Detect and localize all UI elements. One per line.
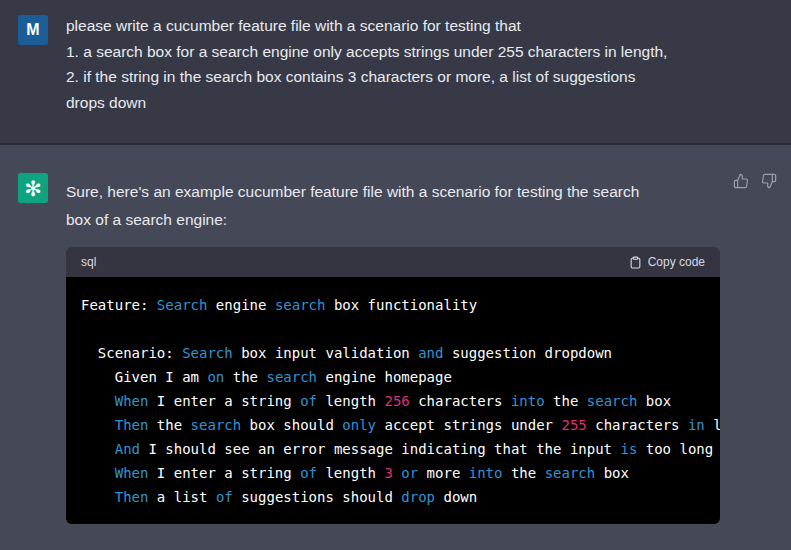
user-message: please write a cucumber feature file wit…: [66, 13, 732, 115]
thumbs-down-icon: [761, 177, 777, 192]
avatar-gutter: ✻: [18, 172, 66, 203]
clipboard-icon: [629, 255, 642, 270]
code-block-header: sql Copy code: [66, 247, 720, 277]
user-message-line: 2. if the string in the search box conta…: [66, 64, 732, 90]
code-line: Then a list of suggestions should drop d…: [81, 485, 705, 509]
assistant-message-line: Sure, here's an example cucumber feature…: [66, 178, 732, 206]
code-line: Then the search box should only accept s…: [81, 413, 705, 437]
code-line: Feature: Search engine search box functi…: [81, 293, 705, 317]
code-language-label: sql: [81, 255, 96, 269]
code-block: sql Copy code Feature: Search engine sea…: [66, 247, 720, 524]
copy-code-label: Copy code: [648, 255, 705, 269]
openai-logo-icon: ✻: [24, 178, 42, 199]
code-line: Scenario: Search box input validation an…: [81, 341, 705, 365]
assistant-message: Sure, here's an example cucumber feature…: [66, 172, 732, 524]
avatar-gutter: M: [18, 13, 66, 45]
assistant-message-text: Sure, here's an example cucumber feature…: [66, 178, 732, 234]
user-message-line: 1. a search box for a search engine only…: [66, 39, 732, 65]
copy-code-button[interactable]: Copy code: [629, 255, 705, 270]
thumbs-down-button[interactable]: [761, 173, 777, 189]
code-line: When I enter a string of length 256 char…: [81, 389, 705, 413]
thumbs-up-icon: [733, 177, 749, 192]
user-message-line: drops down: [66, 90, 732, 116]
user-avatar: M: [18, 15, 48, 45]
assistant-avatar: ✻: [18, 173, 48, 203]
code-content[interactable]: Feature: Search engine search box functi…: [66, 277, 720, 524]
thumbs-up-button[interactable]: [733, 173, 749, 189]
assistant-message-line: box of a search engine:: [66, 206, 732, 234]
user-message-line: please write a cucumber feature file wit…: [66, 13, 732, 39]
code-line: Given I am on the search engine homepage: [81, 365, 705, 389]
chat-thread: M please write a cucumber feature file w…: [0, 0, 791, 548]
user-message-row: M please write a cucumber feature file w…: [0, 0, 791, 145]
code-line: And I should see an error message indica…: [81, 437, 705, 461]
code-line: When I enter a string of length 3 or mor…: [81, 461, 705, 485]
code-line: [81, 317, 705, 341]
assistant-message-row: ✻ Sure, here's an example cucumber featu…: [0, 145, 791, 548]
feedback-buttons: [733, 173, 777, 189]
